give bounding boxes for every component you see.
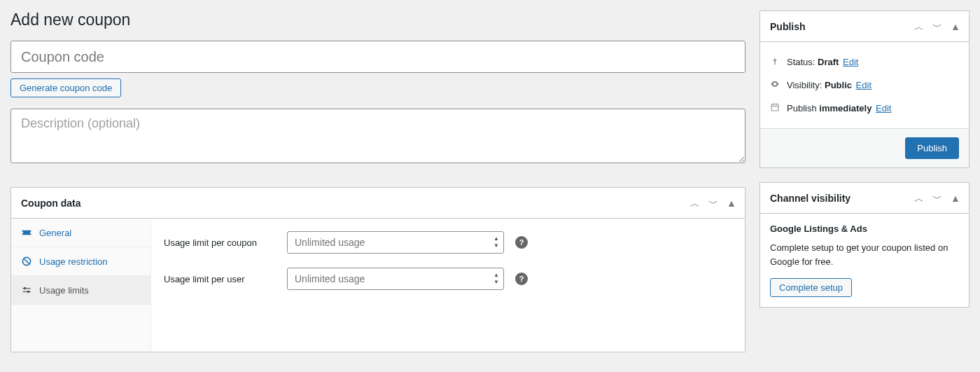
publish-button[interactable]: Publish bbox=[905, 137, 959, 159]
publish-status-row: Status: Draft Edit bbox=[770, 50, 959, 74]
svg-point-5 bbox=[27, 291, 29, 292]
stepper-up-icon[interactable]: ▲ bbox=[491, 235, 501, 242]
sliders-icon bbox=[21, 284, 32, 296]
help-icon[interactable]: ? bbox=[515, 236, 528, 249]
move-down-button[interactable]: ﹀ bbox=[706, 195, 721, 211]
svg-rect-6 bbox=[771, 104, 778, 111]
chevron-down-icon: ﹀ bbox=[708, 198, 718, 208]
svg-line-1 bbox=[24, 259, 29, 264]
usage-limit-per-coupon-input[interactable] bbox=[287, 231, 504, 254]
publish-panel: Publish ︿ ﹀ ▲ Status: Draft Edit bbox=[760, 11, 969, 168]
ticket-icon bbox=[21, 227, 32, 238]
edit-schedule-link[interactable]: Edit bbox=[876, 103, 891, 113]
tab-general[interactable]: General bbox=[11, 219, 150, 247]
channel-subtitle: Google Listings & Ads bbox=[770, 223, 959, 234]
edit-visibility-link[interactable]: Edit bbox=[856, 80, 872, 90]
coupon-data-title: Coupon data bbox=[21, 198, 81, 209]
toggle-panel-button[interactable]: ▲ bbox=[724, 195, 739, 211]
move-up-button[interactable]: ︿ bbox=[911, 19, 927, 34]
calendar-icon bbox=[770, 102, 781, 114]
triangle-up-icon: ▲ bbox=[951, 193, 960, 203]
generate-coupon-code-button[interactable]: Generate coupon code bbox=[10, 78, 121, 97]
stepper-down-icon[interactable]: ▼ bbox=[491, 279, 501, 286]
eye-icon bbox=[770, 79, 781, 91]
triangle-up-icon: ▲ bbox=[951, 22, 960, 32]
stepper-down-icon[interactable]: ▼ bbox=[491, 242, 501, 249]
schedule-value: immediately bbox=[819, 103, 872, 113]
help-icon[interactable]: ? bbox=[515, 273, 528, 285]
visibility-label: Visibility: bbox=[787, 80, 822, 90]
toggle-panel-button[interactable]: ▲ bbox=[948, 19, 963, 34]
channel-header: Channel visibility ︿ ﹀ ▲ bbox=[760, 183, 969, 214]
usage-limit-per-coupon-label: Usage limit per coupon bbox=[164, 237, 276, 248]
pin-icon bbox=[770, 56, 781, 68]
tab-usage-restriction[interactable]: Usage restriction bbox=[11, 247, 150, 276]
status-value: Draft bbox=[818, 57, 839, 67]
tab-usage-limits[interactable]: Usage limits bbox=[11, 276, 150, 305]
move-down-button[interactable]: ﹀ bbox=[930, 191, 945, 206]
chevron-down-icon: ﹀ bbox=[932, 193, 942, 203]
channel-title: Channel visibility bbox=[770, 193, 850, 204]
edit-status-link[interactable]: Edit bbox=[843, 57, 858, 67]
svg-point-4 bbox=[24, 287, 25, 289]
usage-limit-per-user-input[interactable] bbox=[287, 268, 504, 290]
channel-text: Complete setup to get your coupon listed… bbox=[770, 241, 959, 268]
tab-usage-limits-label: Usage limits bbox=[39, 285, 89, 296]
ban-icon bbox=[21, 256, 32, 267]
move-up-button[interactable]: ︿ bbox=[687, 195, 703, 211]
triangle-up-icon: ▲ bbox=[727, 198, 736, 208]
status-label: Status: bbox=[787, 57, 815, 67]
publish-header: Publish ︿ ﹀ ▲ bbox=[760, 11, 969, 42]
chevron-up-icon: ︿ bbox=[690, 198, 700, 208]
coupon-data-tabs: General Usage restriction Usage limits bbox=[11, 219, 151, 352]
complete-setup-button[interactable]: Complete setup bbox=[770, 278, 852, 297]
usage-limit-per-user-label: Usage limit per user bbox=[164, 274, 276, 284]
page-title: Add new coupon bbox=[10, 11, 746, 29]
publish-schedule-row: Publish immediately Edit bbox=[770, 97, 959, 120]
coupon-code-input[interactable] bbox=[10, 41, 746, 73]
tab-usage-restriction-label: Usage restriction bbox=[39, 256, 108, 267]
chevron-up-icon: ︿ bbox=[914, 22, 924, 32]
coupon-data-panel: Coupon data ︿ ﹀ ▲ General bbox=[10, 187, 746, 352]
visibility-value: Public bbox=[825, 80, 852, 90]
publish-visibility-row: Visibility: Public Edit bbox=[770, 74, 959, 97]
chevron-up-icon: ︿ bbox=[914, 193, 924, 203]
chevron-down-icon: ﹀ bbox=[932, 22, 942, 32]
tab-general-label: General bbox=[39, 228, 71, 238]
schedule-label: Publish bbox=[787, 103, 817, 113]
move-up-button[interactable]: ︿ bbox=[911, 191, 927, 206]
channel-visibility-panel: Channel visibility ︿ ﹀ ▲ Google Listings… bbox=[760, 182, 969, 308]
coupon-data-content: Usage limit per coupon ▲ ▼ ? Usage limit… bbox=[151, 219, 745, 352]
toggle-panel-button[interactable]: ▲ bbox=[948, 191, 963, 206]
move-down-button[interactable]: ﹀ bbox=[930, 19, 945, 34]
stepper-up-icon[interactable]: ▲ bbox=[491, 272, 501, 279]
coupon-data-header: Coupon data ︿ ﹀ ▲ bbox=[11, 188, 745, 219]
coupon-description-textarea[interactable] bbox=[10, 109, 746, 163]
publish-title: Publish bbox=[770, 21, 806, 32]
